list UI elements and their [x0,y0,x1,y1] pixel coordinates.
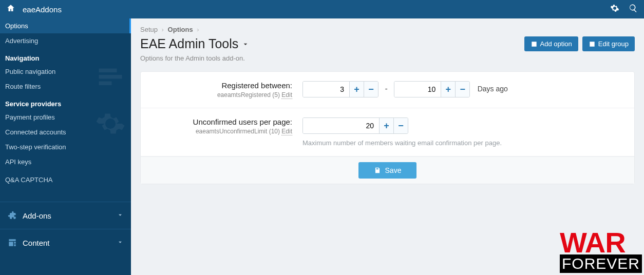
field-meta: eaeamtsUnconfirmedLimit (10) [196,128,280,135]
sidebar: Options Advertising Navigation Public na… [0,18,131,275]
edit-group-button[interactable]: Edit group [582,36,635,51]
chevron-right-icon: › [197,26,199,33]
settings-icon[interactable] [610,4,619,15]
registered-from-stepper: + − [302,81,378,97]
sidebar-item-connected-accounts[interactable]: Connected accounts [0,125,131,140]
unconfirmed-limit-input[interactable] [303,118,379,133]
sidebar-item-public-navigation[interactable]: Public navigation [0,64,131,79]
puzzle-icon [7,210,17,221]
breadcrumb-current[interactable]: Options [168,26,193,33]
field-hint: Maximum number of members waiting email … [302,139,624,147]
unconfirmed-limit-stepper: + − [302,117,408,134]
increment-button[interactable]: + [441,82,455,97]
increment-button[interactable]: + [349,82,364,97]
edit-link[interactable]: Edit [281,128,292,135]
chevron-down-icon [117,239,124,247]
registered-to-input[interactable] [394,82,441,97]
topbar: eaeAddons [0,0,644,18]
sidebar-section-label: Content [23,239,50,247]
content-icon [7,238,17,248]
days-ago-label: Days ago [478,85,508,93]
field-meta: eaeamtsRegistered (5) [217,91,280,99]
save-button[interactable]: Save [358,162,417,179]
sidebar-item-qa-captcha[interactable]: Q&A CAPTCHA [0,172,131,187]
decrement-button[interactable]: − [364,82,378,97]
pencil-box-icon [589,41,596,48]
form-row-unconfirmed-users: Unconfirmed users per page: eaeamtsUncon… [141,108,634,156]
page-title[interactable]: EAE Admin Tools [140,36,250,51]
breadcrumb: Setup › Options › [140,26,635,33]
sidebar-item-advertising[interactable]: Advertising [0,33,131,48]
sidebar-item-options[interactable]: Options [0,18,131,33]
edit-link[interactable]: Edit [281,91,292,99]
page-subtitle: Options for the Admin tools add-on. [140,54,250,62]
form-row-registered-between: Registered between: eaeamtsRegistered (5… [141,72,634,108]
caret-down-icon [241,40,250,48]
chevron-down-icon [117,211,124,220]
sidebar-section-content[interactable]: Content [0,229,131,256]
registered-from-input[interactable] [303,82,349,97]
save-icon [374,167,381,174]
content-area: Setup › Options › EAE Admin Tools Option… [131,18,644,275]
decrement-button[interactable]: − [455,82,469,97]
sidebar-heading-service-providers: Service providers [0,94,131,110]
sidebar-item-api-keys[interactable]: API keys [0,154,131,169]
sidebar-section-label: Add-ons [23,211,51,220]
field-label: Registered between: [151,81,292,90]
brand-name[interactable]: eaeAddons [23,5,62,14]
search-icon[interactable] [629,4,638,15]
plus-box-icon [531,41,538,48]
sidebar-heading-navigation: Navigation [0,48,131,64]
field-label: Unconfirmed users per page: [151,117,292,126]
decrement-button[interactable]: − [393,118,408,133]
sidebar-section-addons[interactable]: Add-ons [0,202,131,229]
options-panel: Registered between: eaeamtsRegistered (5… [140,71,635,184]
sidebar-item-payment-profiles[interactable]: Payment profiles [0,110,131,125]
increment-button[interactable]: + [379,118,393,133]
add-option-button[interactable]: Add option [524,36,578,51]
chevron-right-icon: › [162,26,164,33]
home-icon[interactable] [6,4,15,15]
sidebar-item-route-filters[interactable]: Route filters [0,79,131,94]
sidebar-item-two-step-verification[interactable]: Two-step verification [0,140,131,154]
breadcrumb-root[interactable]: Setup [140,26,158,33]
range-dash: - [385,84,387,93]
registered-to-stepper: + − [394,81,470,97]
